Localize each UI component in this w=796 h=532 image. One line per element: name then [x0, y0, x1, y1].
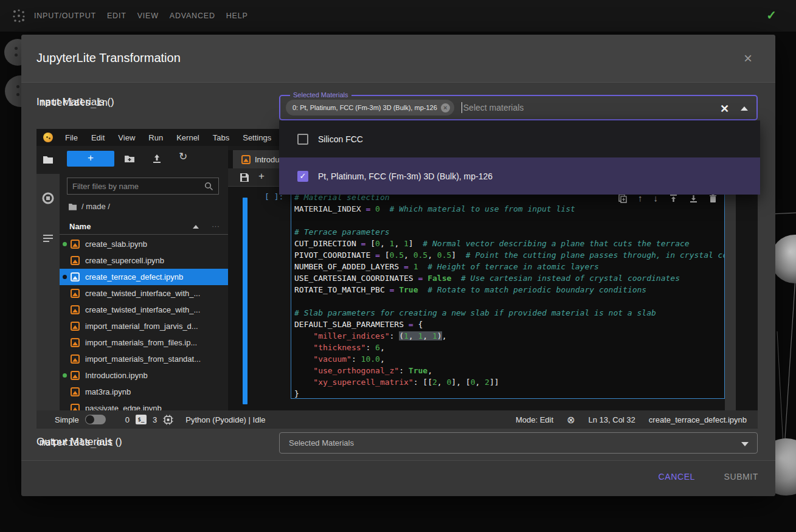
- app-menu-item-view[interactable]: VIEW: [137, 12, 159, 20]
- notebook-file-icon: [71, 371, 80, 380]
- clear-selection-icon[interactable]: ✕: [720, 102, 729, 116]
- combo-placeholder[interactable]: Select materials: [463, 103, 524, 112]
- cursor-position[interactable]: Ln 13, Col 32: [589, 415, 635, 424]
- running-kernels-icon[interactable]: [42, 192, 54, 204]
- code-editor[interactable]: # Material selectionMATERIAL_INDEX = 0 #…: [294, 192, 725, 399]
- checkbox-checked-icon[interactable]: ✓: [297, 171, 308, 182]
- delete-cell-icon[interactable]: [709, 194, 717, 203]
- submit-button[interactable]: SUBMIT: [724, 472, 759, 482]
- trust-indicator-icon[interactable]: ⊗: [567, 414, 575, 426]
- duplicate-cell-icon[interactable]: [618, 194, 627, 203]
- simple-mode-toggle[interactable]: [85, 415, 106, 424]
- move-cell-down-icon[interactable]: ↓: [654, 193, 659, 203]
- notebook-file-icon: [71, 272, 80, 282]
- file-row[interactable]: create_supercell.ipynb: [60, 252, 228, 269]
- file-row[interactable]: import_materials_from_standat...: [60, 351, 228, 367]
- notebook-scrollbar[interactable]: [725, 187, 736, 410]
- file-name: create_supercell.ipynb: [85, 256, 164, 265]
- notebook-file-icon: [71, 322, 80, 331]
- code-line: # Terrace parameters: [294, 226, 725, 238]
- input-materials-code: materials_in: [40, 97, 108, 109]
- file-row[interactable]: import_materials_from_files.ip...: [60, 334, 228, 351]
- app-menu-item-input-output[interactable]: INPUT/OUTPUT: [34, 12, 96, 20]
- file-row[interactable]: create_twisted_interface_with_...: [60, 285, 228, 302]
- dialog-header: JupyterLite Transformation ×: [21, 35, 775, 83]
- move-cell-up-icon[interactable]: ↑: [638, 193, 643, 203]
- jl-menu-item-run[interactable]: Run: [142, 133, 170, 142]
- file-row[interactable]: create_terrace_defect.ipynb: [60, 269, 228, 285]
- table-of-contents-icon[interactable]: [42, 232, 54, 244]
- kernel-status[interactable]: Python (Pyodide) | Idle: [185, 415, 265, 424]
- home-folder-icon[interactable]: [68, 202, 77, 210]
- jl-menu-item-file[interactable]: File: [58, 133, 85, 142]
- jl-menu-item-view[interactable]: View: [111, 133, 142, 142]
- upload-icon[interactable]: [151, 153, 163, 165]
- collapse-caret-icon[interactable]: [741, 106, 748, 111]
- new-folder-icon[interactable]: [123, 153, 136, 165]
- mode-indicator[interactable]: Mode: Edit: [516, 415, 553, 424]
- jl-menu-item-edit[interactable]: Edit: [85, 133, 111, 142]
- insert-cell-icon[interactable]: +: [258, 170, 265, 182]
- insert-cell-below-icon[interactable]: [689, 194, 698, 203]
- chip-remove-icon[interactable]: ×: [441, 103, 450, 112]
- combo-label: Selected Materials: [290, 91, 351, 98]
- jupyterlite-logo-icon: [43, 133, 53, 142]
- dialog-title: JupyterLite Transformation: [36, 51, 181, 65]
- material-chip[interactable]: 0: Pt, Platinum, FCC (Fm-3m) 3D (Bulk), …: [286, 100, 454, 116]
- file-row[interactable]: Introduction.ipynb: [60, 367, 228, 384]
- material-option[interactable]: ✓Pt, Platinum, FCC (Fm-3m) 3D (Bulk), mp…: [279, 157, 760, 195]
- file-row[interactable]: passivate_edge.ipynb: [60, 400, 228, 410]
- app-menu-item-edit[interactable]: EDIT: [107, 12, 126, 20]
- kernel-dot-placeholder: [63, 406, 67, 410]
- header-more-icon[interactable]: ···: [212, 221, 220, 230]
- file-row[interactable]: import_material_from_jarvis_d...: [60, 318, 228, 334]
- filter-files-input[interactable]: Filter files by name: [67, 178, 219, 195]
- refresh-icon[interactable]: ↻: [179, 150, 191, 162]
- output-materials-dropdown[interactable]: Selected Materials: [279, 432, 758, 454]
- file-row[interactable]: mat3ra.ipynb: [60, 384, 228, 400]
- jl-menu-item-settings[interactable]: Settings: [236, 133, 278, 142]
- code-cell[interactable]: # Material selectionMATERIAL_INDEX = 0 #…: [291, 190, 725, 399]
- notebook-file-icon: [71, 289, 80, 298]
- filter-placeholder: Filter files by name: [72, 182, 204, 191]
- close-icon[interactable]: ×: [744, 51, 752, 66]
- checkbox-unchecked-icon[interactable]: [297, 134, 308, 145]
- cell-edge-line: [777, 331, 784, 457]
- file-browser-icon[interactable]: [42, 154, 54, 166]
- sort-ascending-icon[interactable]: [193, 225, 199, 229]
- code-line: USE_CARTESIAN_COORDINATES = False # Use …: [294, 272, 725, 284]
- new-launcher-button[interactable]: +: [67, 151, 114, 167]
- tab-introduction-notebook[interactable]: Introdu: [233, 150, 279, 168]
- terminals-count: 0: [125, 415, 130, 424]
- app-menu-item-advanced[interactable]: ADVANCED: [170, 12, 215, 20]
- cancel-button[interactable]: CANCEL: [659, 472, 695, 482]
- file-row[interactable]: create_twisted_interface_with_...: [60, 302, 228, 318]
- insert-cell-above-icon[interactable]: [669, 194, 678, 203]
- jl-menu-item-tabs[interactable]: Tabs: [206, 133, 236, 142]
- terminal-icon[interactable]: $_: [136, 415, 147, 424]
- output-materials-code: materials_out: [40, 437, 113, 449]
- save-icon[interactable]: [239, 172, 250, 183]
- output-materials-label-close: ): [119, 436, 122, 447]
- breadcrumb[interactable]: / made /: [68, 202, 110, 211]
- material-option[interactable]: Silicon FCC: [279, 120, 760, 157]
- name-column-header[interactable]: Name: [69, 222, 91, 231]
- file-name: passivate_edge.ipynb: [85, 404, 162, 410]
- app-logo-icon[interactable]: [11, 8, 27, 24]
- selected-materials-combobox[interactable]: Selected Materials 0: Pt, Platinum, FCC …: [279, 95, 758, 120]
- jl-menu-item-kernel[interactable]: Kernel: [170, 133, 206, 142]
- code-line: DEFAULT_SLAB_PARAMETERS = {: [294, 319, 725, 330]
- file-row[interactable]: create_slab.ipynb: [60, 236, 228, 252]
- dialog-footer: CANCEL SUBMIT: [21, 460, 775, 496]
- material-option-label: Silicon FCC: [318, 134, 363, 144]
- kernel-running-dot: [63, 373, 67, 378]
- file-list-header[interactable]: Name ···: [60, 219, 228, 235]
- app-menu-item-help[interactable]: HELP: [226, 12, 248, 20]
- status-check-icon[interactable]: ✓: [766, 8, 777, 22]
- kernel-chip-icon[interactable]: [163, 415, 173, 425]
- cell-collapser[interactable]: [243, 198, 247, 404]
- file-name: create_terrace_defect.ipynb: [85, 272, 183, 282]
- jupyterlab-menu-items: FileEditViewRunKernelTabsSettings: [58, 133, 278, 142]
- kernel-dot-placeholder: [63, 258, 67, 263]
- active-filename: create_terrace_defect.ipynb: [649, 415, 747, 424]
